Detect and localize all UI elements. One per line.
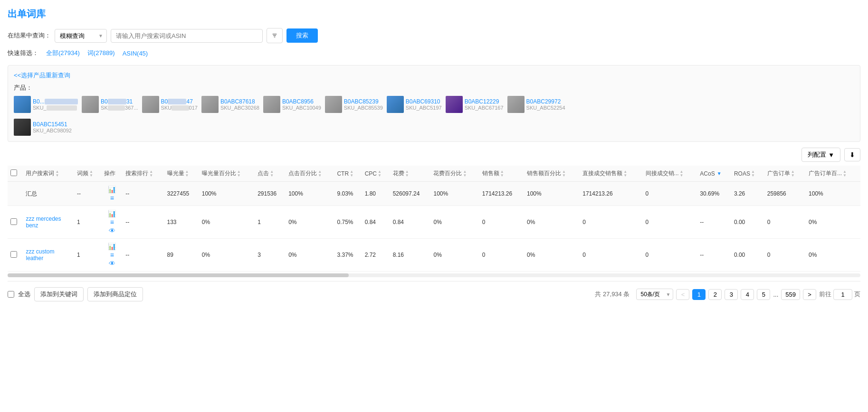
product-asin[interactable]: B0████47 [161,98,198,105]
col-config-arrow-icon: ▼ [828,151,834,159]
svg-rect-2 [274,37,276,37]
product-asin[interactable]: B0████31 [101,98,138,105]
product-asin[interactable]: B0ABC87618 [220,98,259,105]
product-asin[interactable]: B0ABC29972 [526,98,565,105]
indirect-sort-arrows[interactable]: ▲▼ [680,170,684,178]
page-2-button[interactable]: 2 [708,289,722,300]
col-config-button[interactable]: 列配置 ▼ [801,148,840,162]
search-button[interactable]: 搜索 [286,28,318,43]
th-sales-pct: 销售额百分比 ▲▼ [524,166,580,182]
list-icon[interactable]: ≡ [110,194,114,202]
products-label: 产品： [14,84,854,92]
row1-keyword: zzz mercedesbenz [23,206,74,239]
next-page-button[interactable]: > [803,289,816,300]
sales-pct-sort-arrows[interactable]: ▲▼ [562,170,566,178]
row2-impressions: 89 [164,239,199,272]
download-button[interactable]: ⬇ [844,148,860,161]
search-mode-select[interactable]: 模糊查询 精确查询 [55,29,107,43]
row2-sales: 0 [479,239,524,272]
row2-checkbox[interactable] [10,251,17,258]
th-checkbox [8,166,23,182]
product-item: B0...████████ SKU_████████ [14,96,78,113]
row2-clicks-pct: 0% [286,239,334,272]
row1-impressions-pct: 0% [199,206,255,239]
page-5-button[interactable]: 5 [757,289,770,300]
spend-pct-sort-arrows[interactable]: ▲▼ [463,170,467,178]
row2-spend-pct: 0% [430,239,479,272]
chart-icon[interactable]: 📊 [108,186,116,193]
check-all-bottom-checkbox[interactable] [8,291,14,298]
horizontal-scrollbar[interactable] [8,273,860,277]
product-thumbnail [325,96,342,113]
acos-sort-active[interactable]: ▼ [717,171,722,176]
eye-icon[interactable]: 👁 [109,260,115,267]
svg-rect-1 [273,35,276,36]
reselect-products-link[interactable]: <<选择产品重新查询 [14,71,854,80]
th-ctr: CTR ▲▼ [334,166,362,182]
go-to-label: 前往 [819,290,831,299]
eye-icon[interactable]: 👁 [109,227,115,234]
row1-keyword-link[interactable]: zzz mercedesbenz [26,215,61,229]
select-all-checkbox[interactable] [10,169,17,176]
per-page-select[interactable]: 50条/页 100条/页 200条/页 [636,289,673,300]
page-1-button[interactable]: 1 [692,289,706,300]
table-row: zzz mercedesbenz 1 📊 ≡ 👁 -- 133 0% 1 [8,206,860,239]
clicks-pct-sort-arrows[interactable]: ▲▼ [318,170,322,178]
roas-sort-arrows[interactable]: ▲▼ [751,170,755,178]
product-asin[interactable]: B0ABC85239 [344,98,383,105]
summary-cpc: 1.80 [362,182,390,206]
product-asin[interactable]: B0ABC15451 [33,121,72,128]
page-jump-input[interactable] [833,289,852,300]
prev-page-button[interactable]: < [676,289,689,300]
search-input[interactable] [111,29,263,43]
page-last-button[interactable]: 559 [781,289,800,300]
page-3-button[interactable]: 3 [725,289,738,300]
filter-all-link[interactable]: 全部(27934) [46,49,80,57]
page-4-button[interactable]: 4 [741,289,754,300]
row1-checkbox[interactable] [10,218,17,225]
filter-word-link[interactable]: 词(27889) [87,49,115,57]
product-item: B0████31 SK████367... [82,96,138,113]
list-icon[interactable]: ≡ [110,218,114,226]
clicks-sort-arrows[interactable]: ▲▼ [270,170,274,178]
product-thumbnail [507,96,525,113]
list-icon[interactable]: ≡ [110,251,114,259]
impressions-pct-sort-arrows[interactable]: ▲▼ [237,170,241,178]
chart-icon[interactable]: 📊 [108,210,116,217]
freq-sort-arrows[interactable]: ▲▼ [89,170,93,178]
ad-orders-pct-sort-arrows[interactable]: ▲▼ [843,170,847,178]
product-item: B0ABC29972 SKU_ABC52254 [507,96,565,113]
cpc-sort-arrows[interactable]: ▲▼ [378,170,382,178]
row2-acos: -- [697,239,731,272]
direct-sort-arrows[interactable]: ▲▼ [623,170,627,178]
spend-sort-arrows[interactable]: ▲▼ [405,170,409,178]
per-page-wrapper: 50条/页 100条/页 200条/页 ▼ [636,289,673,300]
th-acos: ACoS ▼ [697,166,731,182]
row2-keyword-link[interactable]: zzz customleather [26,248,54,262]
filter-asin-link[interactable]: ASIN(45) [123,50,148,57]
th-indirect-sales: 间接成交销... ▲▼ [643,166,697,182]
product-info: B0...████████ SKU_████████ [33,98,78,111]
th-search-rank: 搜索排行 ▲▼ [123,166,164,182]
scrollbar-thumb[interactable] [8,273,349,277]
product-sku: SKU_ABC85539 [344,105,383,111]
ctr-sort-arrows[interactable]: ▲▼ [350,170,353,178]
sales-sort-arrows[interactable]: ▲▼ [500,170,504,178]
th-freq: 词频 ▲▼ [74,166,101,182]
download-icon: ⬇ [849,151,855,159]
filter-icon [272,32,277,39]
ad-orders-sort-arrows[interactable]: ▲▼ [791,170,795,178]
chart-icon[interactable]: 📊 [108,243,116,250]
page-title: 出单词库 [8,8,860,20]
keyword-sort-arrows[interactable]: ▲▼ [55,170,59,178]
add-keyword-button[interactable]: 添加到关键词 [34,287,84,301]
product-asin[interactable]: B0...████████ [33,98,78,105]
impressions-sort-arrows[interactable]: ▲▼ [185,170,189,178]
rank-sort-arrows[interactable]: ▲▼ [149,170,153,178]
filter-icon-button[interactable] [267,28,283,43]
add-placement-button[interactable]: 添加到商品定位 [87,287,143,301]
product-asin[interactable]: B0ABC8956 [282,98,321,105]
product-asin[interactable]: B0ABC12229 [465,98,504,105]
product-thumbnail [201,96,219,113]
product-asin[interactable]: B0ABC69310 [406,98,442,105]
